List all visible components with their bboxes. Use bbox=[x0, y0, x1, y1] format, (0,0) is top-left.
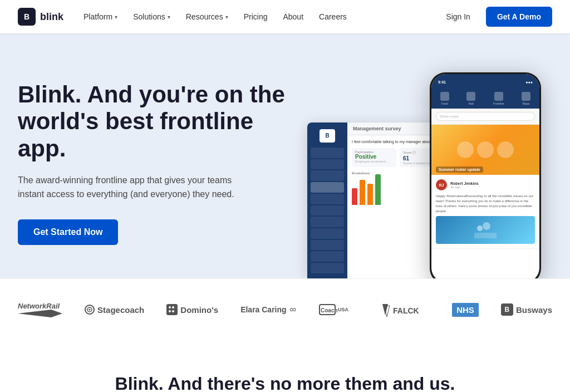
chevron-down-icon: ▾ bbox=[115, 14, 117, 20]
logo-busways: B Busways bbox=[501, 303, 552, 316]
dominos-dot bbox=[169, 306, 171, 308]
stagecoach-circle-icon bbox=[85, 305, 95, 315]
bar bbox=[375, 174, 381, 205]
chevron-down-icon: ▾ bbox=[225, 14, 228, 20]
sidebar-item bbox=[311, 217, 344, 227]
dominos-dot bbox=[172, 306, 174, 308]
logo-dominos: Domino's bbox=[166, 304, 218, 315]
brand-name: blink bbox=[40, 11, 63, 23]
post-author-info: Robert Jenkins 2h ago bbox=[450, 182, 479, 189]
post-image bbox=[436, 216, 535, 244]
logo-stagecoach: Stagecoach bbox=[85, 305, 144, 315]
networkrail-text: NetworkRail bbox=[18, 302, 60, 310]
phone-nav-item-maps[interactable]: Maps bbox=[522, 92, 530, 105]
stagecoach-text: Stagecoach bbox=[97, 305, 144, 315]
sunflower-circle bbox=[497, 141, 514, 158]
bar bbox=[352, 188, 357, 205]
metric-value: Positive bbox=[355, 154, 393, 160]
hero-section: Blink. And you're on the world's best fr… bbox=[0, 33, 570, 278]
get-started-button[interactable]: Get Started Now bbox=[18, 219, 118, 245]
dominos-text: Domino's bbox=[180, 305, 218, 315]
phone-status-bar: 9:41 ●●● bbox=[431, 74, 539, 90]
hero-content: Blink. And you're on the world's best fr… bbox=[18, 81, 285, 278]
feed-icon bbox=[440, 92, 449, 101]
get-demo-button[interactable]: Get A Demo bbox=[486, 7, 552, 27]
nav-item-pricing[interactable]: Pricing bbox=[237, 8, 274, 26]
svg-point-0 bbox=[477, 226, 483, 231]
logo-falck: FALCK bbox=[380, 301, 430, 318]
svg-point-5 bbox=[89, 309, 91, 311]
busways-icon: B bbox=[501, 303, 513, 316]
sunflower-circle bbox=[477, 141, 494, 158]
sidebar-item bbox=[311, 240, 344, 251]
sidebar-item bbox=[311, 194, 344, 204]
bottom-title: Blink. And there's no more them and us. bbox=[18, 374, 552, 392]
nav-item-careers[interactable]: Careers bbox=[312, 8, 353, 26]
sidebar-item bbox=[311, 148, 344, 158]
maps-icon bbox=[522, 92, 530, 101]
svg-point-1 bbox=[483, 222, 490, 230]
busways-brand: B Busways bbox=[501, 303, 552, 316]
post-text: Happy #InternationalNursesDay to all the… bbox=[436, 194, 535, 214]
elara-text: Elara Caring bbox=[240, 305, 286, 314]
svg-text:FALCK: FALCK bbox=[393, 306, 419, 315]
sidebar-item bbox=[311, 263, 344, 273]
sunflower-banner: Summer roster update bbox=[431, 125, 539, 175]
bar-group bbox=[360, 180, 365, 205]
svg-rect-2 bbox=[474, 233, 497, 238]
share-bar: Share a post bbox=[431, 109, 539, 125]
brand-logo[interactable]: B blink bbox=[18, 8, 63, 26]
logo-networkrail: NetworkRail bbox=[18, 302, 62, 317]
sidebar-item bbox=[311, 228, 344, 239]
metric-card-0: Participation Positive Employee sentimen… bbox=[352, 148, 396, 167]
nhs-text: NHS bbox=[452, 303, 479, 317]
bar-group bbox=[375, 174, 381, 205]
dashboard-sidebar: B bbox=[307, 122, 347, 278]
hero-visuals: B Management survey I feel comfortable t… bbox=[285, 67, 552, 278]
svg-text:Coach: Coach bbox=[321, 307, 338, 313]
main-nav: Platform ▾ Solutions ▾ Resources ▾ Prici… bbox=[77, 8, 439, 26]
networkrail-arrow-icon bbox=[18, 310, 62, 317]
phone-mockup: 9:41 ●●● Feed Hub Frontline bbox=[430, 72, 541, 278]
bar bbox=[360, 180, 365, 205]
hero-title: Blink. And you're on the world's best fr… bbox=[18, 81, 285, 162]
sunflower-circle bbox=[457, 141, 474, 158]
svg-text:USA: USA bbox=[338, 307, 349, 312]
sidebar-item bbox=[311, 170, 344, 181]
nav-item-about[interactable]: About bbox=[276, 8, 310, 26]
nav-item-platform[interactable]: Platform ▾ bbox=[77, 8, 124, 26]
nav-item-solutions[interactable]: Solutions ▾ bbox=[126, 8, 177, 26]
sign-in-button[interactable]: Sign In bbox=[439, 8, 477, 26]
phone-nav-item-feed[interactable]: Feed bbox=[440, 92, 449, 105]
metric-sub: Employee sentiment... bbox=[355, 160, 393, 163]
bar bbox=[367, 184, 373, 205]
logo-coachusa: Coach USA bbox=[318, 301, 357, 318]
coachusa-icon: Coach USA bbox=[318, 301, 357, 318]
logo-icon: B bbox=[18, 8, 36, 26]
share-post-input[interactable]: Share a post bbox=[436, 112, 535, 121]
phone-time: 9:41 bbox=[438, 80, 446, 84]
sunflower-decoration bbox=[457, 141, 514, 158]
phone-screen: 9:41 ●●● Feed Hub Frontline bbox=[431, 74, 539, 278]
phone-nav-item-hub[interactable]: Hub bbox=[466, 92, 475, 105]
falck-icon: FALCK bbox=[380, 301, 430, 318]
sidebar-item-active bbox=[311, 182, 344, 193]
hero-subtitle: The award-winning frontline app that giv… bbox=[18, 173, 252, 202]
post-time: 2h ago bbox=[450, 185, 479, 189]
hub-icon bbox=[466, 92, 475, 101]
dominos-brand: Domino's bbox=[166, 304, 218, 315]
phone-nav-item-frontline[interactable]: Frontline bbox=[493, 92, 504, 105]
nav-item-resources[interactable]: Resources ▾ bbox=[179, 8, 235, 26]
logo-elara: Elara Caring ∞ bbox=[240, 305, 296, 315]
frontline-icon bbox=[494, 92, 503, 101]
chevron-down-icon: ▾ bbox=[168, 14, 170, 20]
dominos-dot bbox=[172, 310, 174, 312]
bar-group bbox=[352, 188, 357, 205]
svg-marker-3 bbox=[18, 310, 62, 317]
phone-signal: ●●● bbox=[525, 80, 533, 84]
navbar: B blink Platform ▾ Solutions ▾ Resources… bbox=[0, 0, 570, 33]
logo-nhs: NHS bbox=[452, 303, 479, 317]
elara-infinity-icon: ∞ bbox=[290, 305, 296, 315]
bottom-section: Blink. And there's no more them and us. bbox=[0, 340, 570, 392]
post-author-name: Robert Jenkins bbox=[450, 182, 479, 185]
